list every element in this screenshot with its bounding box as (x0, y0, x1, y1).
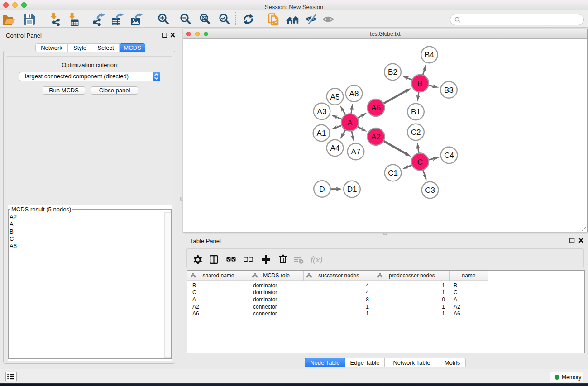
svg-text:C3: C3 (425, 186, 435, 195)
svg-text:A2: A2 (371, 133, 381, 141)
svg-text:A3: A3 (317, 107, 327, 116)
svg-text:D: D (319, 185, 325, 194)
svg-text:A4: A4 (330, 144, 340, 152)
svg-text:A7: A7 (351, 148, 361, 156)
svg-text:A5: A5 (330, 93, 340, 101)
svg-text:C4: C4 (444, 151, 454, 160)
svg-text:C2: C2 (411, 128, 421, 137)
svg-text:A8: A8 (349, 90, 359, 98)
svg-text:A6: A6 (371, 104, 381, 112)
svg-text:B2: B2 (388, 68, 397, 76)
svg-text:C: C (417, 158, 423, 167)
svg-text:D1: D1 (347, 185, 357, 194)
svg-text:C1: C1 (388, 169, 398, 177)
svg-text:A1: A1 (317, 129, 326, 138)
svg-text:B3: B3 (444, 86, 454, 95)
svg-text:B: B (417, 79, 422, 88)
svg-text:B1: B1 (411, 108, 421, 116)
svg-text:A: A (347, 119, 353, 127)
svg-text:B4: B4 (425, 51, 434, 59)
